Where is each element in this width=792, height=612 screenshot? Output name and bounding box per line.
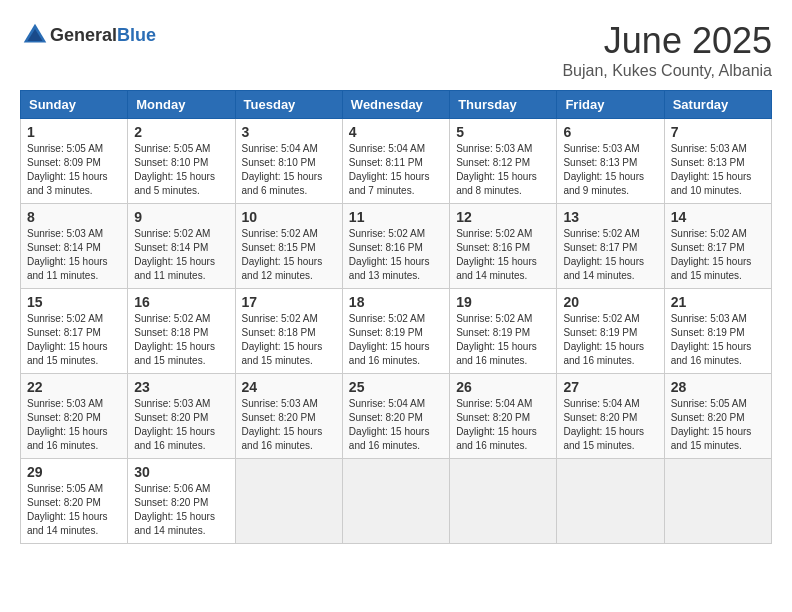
day-cell-9: 9 Sunrise: 5:02 AMSunset: 8:14 PMDayligh… (128, 204, 235, 289)
day-cell-21: 21 Sunrise: 5:03 AMSunset: 8:19 PMDaylig… (664, 289, 771, 374)
day-info-23: Sunrise: 5:03 AMSunset: 8:20 PMDaylight:… (134, 397, 228, 453)
day-num-29: 29 (27, 464, 121, 480)
day-num-10: 10 (242, 209, 336, 225)
day-cell-6: 6 Sunrise: 5:03 AMSunset: 8:13 PMDayligh… (557, 119, 664, 204)
day-num-7: 7 (671, 124, 765, 140)
day-info-7: Sunrise: 5:03 AMSunset: 8:13 PMDaylight:… (671, 142, 765, 198)
week-row-4: 22 Sunrise: 5:03 AMSunset: 8:20 PMDaylig… (21, 374, 772, 459)
col-monday: Monday (128, 91, 235, 119)
day-cell-27: 27 Sunrise: 5:04 AMSunset: 8:20 PMDaylig… (557, 374, 664, 459)
day-info-22: Sunrise: 5:03 AMSunset: 8:20 PMDaylight:… (27, 397, 121, 453)
day-cell-18: 18 Sunrise: 5:02 AMSunset: 8:19 PMDaylig… (342, 289, 449, 374)
day-num-15: 15 (27, 294, 121, 310)
col-tuesday: Tuesday (235, 91, 342, 119)
day-num-17: 17 (242, 294, 336, 310)
day-cell-3: 3 Sunrise: 5:04 AMSunset: 8:10 PMDayligh… (235, 119, 342, 204)
day-cell-4: 4 Sunrise: 5:04 AMSunset: 8:11 PMDayligh… (342, 119, 449, 204)
day-cell-10: 10 Sunrise: 5:02 AMSunset: 8:15 PMDaylig… (235, 204, 342, 289)
day-info-5: Sunrise: 5:03 AMSunset: 8:12 PMDaylight:… (456, 142, 550, 198)
day-cell-29: 29 Sunrise: 5:05 AMSunset: 8:20 PMDaylig… (21, 459, 128, 544)
day-info-21: Sunrise: 5:03 AMSunset: 8:19 PMDaylight:… (671, 312, 765, 368)
day-cell-11: 11 Sunrise: 5:02 AMSunset: 8:16 PMDaylig… (342, 204, 449, 289)
day-info-17: Sunrise: 5:02 AMSunset: 8:18 PMDaylight:… (242, 312, 336, 368)
day-cell-30: 30 Sunrise: 5:06 AMSunset: 8:20 PMDaylig… (128, 459, 235, 544)
calendar-title: June 2025 (562, 20, 772, 62)
day-info-3: Sunrise: 5:04 AMSunset: 8:10 PMDaylight:… (242, 142, 336, 198)
day-num-14: 14 (671, 209, 765, 225)
day-num-3: 3 (242, 124, 336, 140)
day-info-12: Sunrise: 5:02 AMSunset: 8:16 PMDaylight:… (456, 227, 550, 283)
day-info-2: Sunrise: 5:05 AMSunset: 8:10 PMDaylight:… (134, 142, 228, 198)
day-info-18: Sunrise: 5:02 AMSunset: 8:19 PMDaylight:… (349, 312, 443, 368)
week-row-3: 15 Sunrise: 5:02 AMSunset: 8:17 PMDaylig… (21, 289, 772, 374)
day-cell-7: 7 Sunrise: 5:03 AMSunset: 8:13 PMDayligh… (664, 119, 771, 204)
empty-cell-2 (342, 459, 449, 544)
day-cell-1: 1 Sunrise: 5:05 AMSunset: 8:09 PMDayligh… (21, 119, 128, 204)
day-info-16: Sunrise: 5:02 AMSunset: 8:18 PMDaylight:… (134, 312, 228, 368)
day-num-19: 19 (456, 294, 550, 310)
day-num-25: 25 (349, 379, 443, 395)
day-cell-8: 8 Sunrise: 5:03 AMSunset: 8:14 PMDayligh… (21, 204, 128, 289)
col-sunday: Sunday (21, 91, 128, 119)
day-info-13: Sunrise: 5:02 AMSunset: 8:17 PMDaylight:… (563, 227, 657, 283)
day-cell-22: 22 Sunrise: 5:03 AMSunset: 8:20 PMDaylig… (21, 374, 128, 459)
day-num-12: 12 (456, 209, 550, 225)
day-info-29: Sunrise: 5:05 AMSunset: 8:20 PMDaylight:… (27, 482, 121, 538)
day-num-28: 28 (671, 379, 765, 395)
day-num-4: 4 (349, 124, 443, 140)
week-row-1: 1 Sunrise: 5:05 AMSunset: 8:09 PMDayligh… (21, 119, 772, 204)
day-cell-5: 5 Sunrise: 5:03 AMSunset: 8:12 PMDayligh… (450, 119, 557, 204)
day-cell-13: 13 Sunrise: 5:02 AMSunset: 8:17 PMDaylig… (557, 204, 664, 289)
day-info-30: Sunrise: 5:06 AMSunset: 8:20 PMDaylight:… (134, 482, 228, 538)
col-thursday: Thursday (450, 91, 557, 119)
page-header: GeneralBlue June 2025 Bujan, Kukes Count… (20, 20, 772, 80)
day-cell-26: 26 Sunrise: 5:04 AMSunset: 8:20 PMDaylig… (450, 374, 557, 459)
day-info-9: Sunrise: 5:02 AMSunset: 8:14 PMDaylight:… (134, 227, 228, 283)
day-info-24: Sunrise: 5:03 AMSunset: 8:20 PMDaylight:… (242, 397, 336, 453)
day-cell-12: 12 Sunrise: 5:02 AMSunset: 8:16 PMDaylig… (450, 204, 557, 289)
day-num-18: 18 (349, 294, 443, 310)
day-info-26: Sunrise: 5:04 AMSunset: 8:20 PMDaylight:… (456, 397, 550, 453)
week-row-2: 8 Sunrise: 5:03 AMSunset: 8:14 PMDayligh… (21, 204, 772, 289)
logo: GeneralBlue (20, 20, 156, 50)
day-cell-23: 23 Sunrise: 5:03 AMSunset: 8:20 PMDaylig… (128, 374, 235, 459)
day-info-20: Sunrise: 5:02 AMSunset: 8:19 PMDaylight:… (563, 312, 657, 368)
day-num-9: 9 (134, 209, 228, 225)
col-saturday: Saturday (664, 91, 771, 119)
day-num-24: 24 (242, 379, 336, 395)
day-cell-17: 17 Sunrise: 5:02 AMSunset: 8:18 PMDaylig… (235, 289, 342, 374)
day-info-15: Sunrise: 5:02 AMSunset: 8:17 PMDaylight:… (27, 312, 121, 368)
day-info-10: Sunrise: 5:02 AMSunset: 8:15 PMDaylight:… (242, 227, 336, 283)
day-num-30: 30 (134, 464, 228, 480)
week-row-5: 29 Sunrise: 5:05 AMSunset: 8:20 PMDaylig… (21, 459, 772, 544)
day-cell-25: 25 Sunrise: 5:04 AMSunset: 8:20 PMDaylig… (342, 374, 449, 459)
calendar-table: Sunday Monday Tuesday Wednesday Thursday… (20, 90, 772, 544)
calendar-header: June 2025 Bujan, Kukes County, Albania (562, 20, 772, 80)
day-num-23: 23 (134, 379, 228, 395)
empty-cell-4 (557, 459, 664, 544)
day-info-4: Sunrise: 5:04 AMSunset: 8:11 PMDaylight:… (349, 142, 443, 198)
day-cell-24: 24 Sunrise: 5:03 AMSunset: 8:20 PMDaylig… (235, 374, 342, 459)
day-num-21: 21 (671, 294, 765, 310)
day-num-6: 6 (563, 124, 657, 140)
day-cell-28: 28 Sunrise: 5:05 AMSunset: 8:20 PMDaylig… (664, 374, 771, 459)
day-cell-19: 19 Sunrise: 5:02 AMSunset: 8:19 PMDaylig… (450, 289, 557, 374)
logo-icon (20, 20, 50, 50)
day-num-16: 16 (134, 294, 228, 310)
day-num-13: 13 (563, 209, 657, 225)
day-num-20: 20 (563, 294, 657, 310)
day-cell-14: 14 Sunrise: 5:02 AMSunset: 8:17 PMDaylig… (664, 204, 771, 289)
logo-general: General (50, 25, 117, 45)
col-wednesday: Wednesday (342, 91, 449, 119)
day-info-1: Sunrise: 5:05 AMSunset: 8:09 PMDaylight:… (27, 142, 121, 198)
day-num-8: 8 (27, 209, 121, 225)
day-num-5: 5 (456, 124, 550, 140)
day-num-1: 1 (27, 124, 121, 140)
day-num-27: 27 (563, 379, 657, 395)
day-info-28: Sunrise: 5:05 AMSunset: 8:20 PMDaylight:… (671, 397, 765, 453)
day-info-27: Sunrise: 5:04 AMSunset: 8:20 PMDaylight:… (563, 397, 657, 453)
logo-blue: Blue (117, 25, 156, 45)
day-cell-16: 16 Sunrise: 5:02 AMSunset: 8:18 PMDaylig… (128, 289, 235, 374)
weekday-header-row: Sunday Monday Tuesday Wednesday Thursday… (21, 91, 772, 119)
empty-cell-5 (664, 459, 771, 544)
